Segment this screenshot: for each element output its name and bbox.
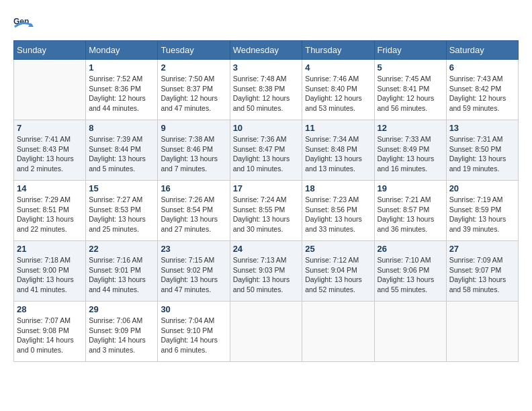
day-number: 7: [17, 123, 83, 133]
day-number: 11: [305, 123, 371, 133]
day-info: Sunrise: 7:41 AMSunset: 8:43 PMDaylight:…: [17, 134, 83, 174]
day-number: 3: [233, 62, 300, 73]
calendar-cell: 25Sunrise: 7:12 AMSunset: 9:04 PMDayligh…: [302, 241, 374, 302]
day-info: Sunrise: 7:50 AMSunset: 8:37 PMDaylight:…: [161, 74, 226, 113]
calendar-week-row: 21Sunrise: 7:18 AMSunset: 9:00 PMDayligh…: [14, 241, 519, 302]
calendar-cell: 30Sunrise: 7:04 AMSunset: 9:10 PMDayligh…: [158, 302, 230, 362]
calendar-cell: 6Sunrise: 7:43 AMSunset: 8:42 PMDaylight…: [446, 60, 518, 120]
calendar-cell: 24Sunrise: 7:13 AMSunset: 9:03 PMDayligh…: [230, 241, 302, 302]
day-info: Sunrise: 7:26 AMSunset: 8:54 PMDaylight:…: [161, 195, 226, 234]
day-number: 22: [89, 244, 154, 254]
day-info: Sunrise: 7:15 AMSunset: 9:02 PMDaylight:…: [161, 255, 226, 295]
day-number: 23: [161, 244, 226, 254]
calendar-cell: 3Sunrise: 7:48 AMSunset: 8:38 PMDaylight…: [230, 60, 302, 120]
calendar-cell: 13Sunrise: 7:31 AMSunset: 8:50 PMDayligh…: [446, 120, 518, 181]
day-info: Sunrise: 7:43 AMSunset: 8:42 PMDaylight:…: [449, 74, 515, 113]
calendar-week-row: 14Sunrise: 7:29 AMSunset: 8:51 PMDayligh…: [14, 181, 519, 241]
logo: Gen: [13, 13, 36, 34]
calendar-header-friday: Friday: [374, 41, 446, 60]
day-number: 21: [17, 244, 83, 254]
day-info: Sunrise: 7:39 AMSunset: 8:44 PMDaylight:…: [89, 134, 154, 174]
day-info: Sunrise: 7:06 AMSunset: 9:09 PMDaylight:…: [89, 316, 154, 355]
calendar-cell: [14, 60, 86, 120]
calendar-cell: 23Sunrise: 7:15 AMSunset: 9:02 PMDayligh…: [158, 241, 230, 302]
day-info: Sunrise: 7:21 AMSunset: 8:57 PMDaylight:…: [378, 195, 443, 234]
day-info: Sunrise: 7:38 AMSunset: 8:46 PMDaylight:…: [161, 134, 226, 174]
day-number: 8: [89, 123, 154, 133]
day-number: 25: [305, 244, 371, 254]
day-number: 6: [449, 62, 515, 73]
calendar-cell: 1Sunrise: 7:52 AMSunset: 8:36 PMDaylight…: [86, 60, 158, 120]
day-info: Sunrise: 7:48 AMSunset: 8:38 PMDaylight:…: [233, 74, 300, 113]
calendar-header-wednesday: Wednesday: [230, 41, 302, 60]
calendar-cell: 4Sunrise: 7:46 AMSunset: 8:40 PMDaylight…: [302, 60, 374, 120]
day-info: Sunrise: 7:19 AMSunset: 8:59 PMDaylight:…: [449, 195, 515, 234]
calendar-cell: [374, 302, 446, 362]
day-number: 20: [449, 183, 515, 193]
calendar-cell: 12Sunrise: 7:33 AMSunset: 8:49 PMDayligh…: [374, 120, 446, 181]
calendar-cell: 27Sunrise: 7:09 AMSunset: 9:07 PMDayligh…: [446, 241, 518, 302]
day-number: 15: [89, 183, 154, 193]
day-number: 9: [161, 123, 226, 133]
day-number: 29: [89, 304, 154, 314]
day-info: Sunrise: 7:18 AMSunset: 9:00 PMDaylight:…: [17, 255, 83, 295]
day-number: 26: [378, 244, 443, 254]
day-number: 12: [378, 123, 443, 133]
calendar-cell: [230, 302, 302, 362]
day-number: 27: [449, 244, 515, 254]
day-info: Sunrise: 7:24 AMSunset: 8:55 PMDaylight:…: [233, 195, 300, 234]
calendar-cell: 19Sunrise: 7:21 AMSunset: 8:57 PMDayligh…: [374, 181, 446, 241]
day-number: 2: [161, 62, 226, 73]
day-number: 4: [305, 62, 371, 73]
calendar-cell: 5Sunrise: 7:45 AMSunset: 8:41 PMDaylight…: [374, 60, 446, 120]
calendar-cell: 14Sunrise: 7:29 AMSunset: 8:51 PMDayligh…: [14, 181, 86, 241]
calendar-cell: 21Sunrise: 7:18 AMSunset: 9:00 PMDayligh…: [14, 241, 86, 302]
day-info: Sunrise: 7:13 AMSunset: 9:03 PMDaylight:…: [233, 255, 300, 295]
day-number: 30: [161, 304, 226, 314]
calendar-week-row: 1Sunrise: 7:52 AMSunset: 8:36 PMDaylight…: [14, 60, 519, 120]
day-number: 18: [305, 183, 371, 193]
day-number: 16: [161, 183, 226, 193]
calendar-header-tuesday: Tuesday: [158, 41, 230, 60]
day-number: 17: [233, 183, 300, 193]
day-number: 24: [233, 244, 300, 254]
day-info: Sunrise: 7:23 AMSunset: 8:56 PMDaylight:…: [305, 195, 371, 234]
calendar-cell: [446, 302, 518, 362]
day-info: Sunrise: 7:33 AMSunset: 8:49 PMDaylight:…: [378, 134, 443, 174]
calendar-cell: 26Sunrise: 7:10 AMSunset: 9:06 PMDayligh…: [374, 241, 446, 302]
calendar-header-sunday: Sunday: [14, 41, 86, 60]
day-info: Sunrise: 7:29 AMSunset: 8:51 PMDaylight:…: [17, 195, 83, 234]
day-info: Sunrise: 7:12 AMSunset: 9:04 PMDaylight:…: [305, 255, 371, 295]
calendar-cell: 29Sunrise: 7:06 AMSunset: 9:09 PMDayligh…: [86, 302, 158, 362]
calendar-cell: [302, 302, 374, 362]
calendar-cell: 17Sunrise: 7:24 AMSunset: 8:55 PMDayligh…: [230, 181, 302, 241]
calendar-cell: 2Sunrise: 7:50 AMSunset: 8:37 PMDaylight…: [158, 60, 230, 120]
calendar-cell: 9Sunrise: 7:38 AMSunset: 8:46 PMDaylight…: [158, 120, 230, 181]
day-info: Sunrise: 7:34 AMSunset: 8:48 PMDaylight:…: [305, 134, 371, 174]
calendar-cell: 20Sunrise: 7:19 AMSunset: 8:59 PMDayligh…: [446, 181, 518, 241]
day-info: Sunrise: 7:04 AMSunset: 9:10 PMDaylight:…: [161, 316, 226, 355]
calendar-header-saturday: Saturday: [446, 41, 518, 60]
calendar-cell: 22Sunrise: 7:16 AMSunset: 9:01 PMDayligh…: [86, 241, 158, 302]
day-number: 10: [233, 123, 300, 133]
day-info: Sunrise: 7:45 AMSunset: 8:41 PMDaylight:…: [378, 74, 443, 113]
day-number: 19: [378, 183, 443, 193]
calendar-cell: 11Sunrise: 7:34 AMSunset: 8:48 PMDayligh…: [302, 120, 374, 181]
calendar-week-row: 28Sunrise: 7:07 AMSunset: 9:08 PMDayligh…: [14, 302, 519, 362]
calendar-week-row: 7Sunrise: 7:41 AMSunset: 8:43 PMDaylight…: [14, 120, 519, 181]
day-info: Sunrise: 7:07 AMSunset: 9:08 PMDaylight:…: [17, 316, 83, 355]
calendar-cell: 15Sunrise: 7:27 AMSunset: 8:53 PMDayligh…: [86, 181, 158, 241]
calendar-cell: 18Sunrise: 7:23 AMSunset: 8:56 PMDayligh…: [302, 181, 374, 241]
day-info: Sunrise: 7:10 AMSunset: 9:06 PMDaylight:…: [378, 255, 443, 295]
calendar-cell: 16Sunrise: 7:26 AMSunset: 8:54 PMDayligh…: [158, 181, 230, 241]
calendar-table: SundayMondayTuesdayWednesdayThursdayFrid…: [13, 40, 519, 362]
day-info: Sunrise: 7:16 AMSunset: 9:01 PMDaylight:…: [89, 255, 154, 295]
day-info: Sunrise: 7:36 AMSunset: 8:47 PMDaylight:…: [233, 134, 300, 174]
day-number: 14: [17, 183, 83, 193]
day-number: 28: [17, 304, 83, 314]
day-number: 13: [449, 123, 515, 133]
calendar-header-row: SundayMondayTuesdayWednesdayThursdayFrid…: [14, 41, 519, 60]
day-number: 5: [378, 62, 443, 73]
page-header: Gen: [13, 13, 519, 34]
calendar-cell: 28Sunrise: 7:07 AMSunset: 9:08 PMDayligh…: [14, 302, 86, 362]
